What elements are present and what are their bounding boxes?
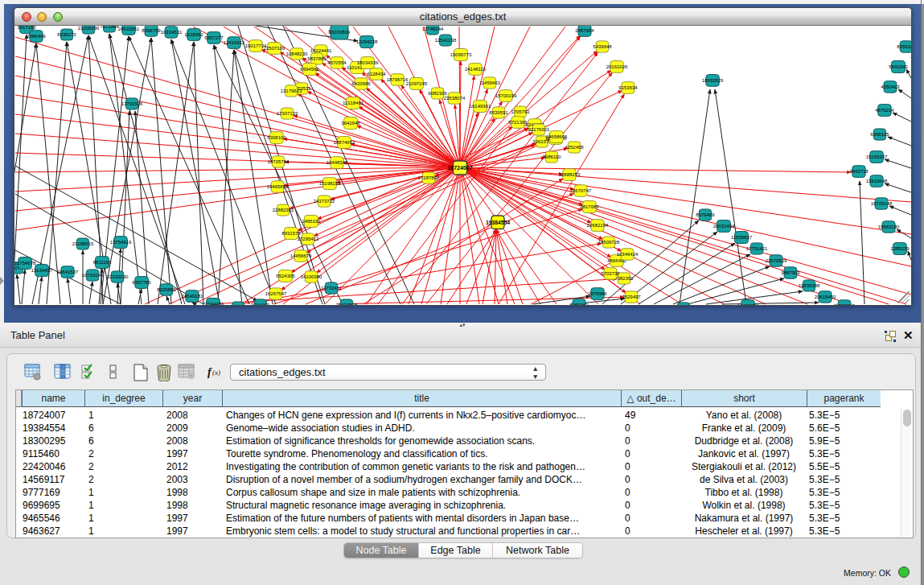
svg-text:23538074: 23538074: [444, 96, 466, 101]
svg-text:1495191: 1495191: [302, 219, 321, 224]
svg-text:6420686: 6420686: [351, 81, 371, 86]
svg-text:20580115: 20580115: [834, 303, 856, 305]
svg-text:22330030: 22330030: [107, 274, 129, 279]
svg-text:10346424: 10346424: [617, 252, 639, 257]
svg-text:10334531: 10334531: [161, 30, 183, 35]
svg-text:18874652: 18874652: [334, 140, 355, 145]
svg-text:17295412: 17295412: [298, 237, 319, 241]
svg-text:6457765: 6457765: [132, 280, 151, 285]
svg-text:6524305: 6524305: [276, 274, 295, 278]
svg-text:1705792: 1705792: [511, 109, 530, 114]
svg-text:22474828: 22474828: [336, 303, 358, 305]
svg-text:22176301: 22176301: [528, 127, 550, 132]
svg-text:22570529: 22570529: [766, 258, 787, 263]
svg-text:8539591: 8539591: [489, 110, 508, 115]
svg-text:21754078: 21754078: [14, 261, 36, 266]
svg-text:13910648: 13910648: [866, 179, 888, 183]
svg-text:8369062: 8369062: [569, 303, 589, 305]
svg-text:20615450: 20615450: [815, 295, 836, 299]
svg-text:5439648: 5439648: [593, 44, 612, 49]
svg-text:6368105: 6368105: [870, 132, 889, 137]
svg-text:8359183: 8359183: [897, 44, 911, 49]
svg-text:7382351: 7382351: [614, 276, 634, 281]
svg-text:2817683: 2817683: [580, 204, 599, 209]
svg-text:13754919: 13754919: [110, 240, 132, 245]
svg-text:19448347: 19448347: [326, 160, 348, 165]
svg-text:8811165: 8811165: [93, 260, 112, 265]
svg-text:9153634: 9153634: [618, 85, 638, 90]
svg-text:21097245: 21097245: [406, 81, 428, 86]
svg-text:16224441: 16224441: [310, 48, 332, 53]
svg-text:8931579: 8931579: [281, 231, 301, 236]
svg-text:2457954: 2457954: [575, 28, 594, 33]
svg-text:22744459: 22744459: [203, 302, 224, 305]
svg-text:22682194: 22682194: [587, 223, 609, 228]
svg-text:17307133: 17307133: [277, 111, 298, 116]
svg-text:13701506: 13701506: [121, 101, 143, 106]
svg-text:8079409: 8079409: [696, 212, 715, 217]
svg-text:24641507: 24641507: [57, 270, 79, 274]
svg-text:19836388: 19836388: [799, 283, 820, 288]
svg-text:16705148: 16705148: [871, 201, 893, 206]
svg-text:11558837: 11558837: [731, 235, 753, 240]
svg-text:13179613: 13179613: [281, 89, 302, 93]
svg-text:12541238: 12541238: [435, 38, 457, 43]
svg-text:1218062: 1218062: [184, 32, 203, 37]
svg-text:8029889: 8029889: [157, 287, 176, 292]
svg-text:6994562: 6994562: [300, 67, 319, 72]
svg-text:19384554: 19384554: [486, 220, 510, 225]
svg-text:4050413: 4050413: [881, 84, 900, 89]
svg-text:8396759: 8396759: [142, 28, 161, 33]
svg-text:9887903: 9887903: [781, 270, 800, 275]
svg-text:5308102: 5308102: [267, 135, 286, 140]
svg-text:21200396: 21200396: [78, 26, 100, 31]
svg-text:13134457: 13134457: [31, 268, 53, 273]
svg-text:9214491: 9214491: [251, 303, 270, 305]
svg-text:2066449: 2066449: [27, 34, 46, 39]
svg-text:7671884: 7671884: [100, 26, 119, 29]
svg-text:14509728: 14509728: [598, 240, 620, 245]
svg-text:16670747: 16670747: [570, 188, 592, 193]
svg-text:24148116: 24148116: [465, 67, 487, 72]
svg-text:15165337: 15165337: [866, 154, 888, 159]
svg-text:17287807: 17287807: [418, 175, 440, 180]
svg-text:11318461: 11318461: [343, 101, 364, 105]
svg-text:13748244: 13748244: [422, 27, 444, 31]
svg-text:12888253: 12888253: [559, 172, 581, 177]
svg-text:3529497: 3529497: [622, 295, 641, 299]
svg-text:8336273: 8336273: [57, 32, 76, 37]
svg-text:5703737: 5703737: [601, 271, 620, 276]
svg-text:20161026: 20161026: [606, 64, 628, 69]
svg-text:24373732: 24373732: [314, 199, 335, 204]
svg-text:3917183: 3917183: [17, 26, 36, 30]
svg-text:5641643: 5641643: [889, 64, 908, 69]
svg-text:2876966: 2876966: [588, 291, 607, 296]
svg-text:18705794: 18705794: [268, 159, 290, 164]
svg-text:14100380: 14100380: [301, 274, 322, 279]
svg-text:4679214: 4679214: [875, 108, 894, 113]
svg-text:23188315: 23188315: [72, 241, 94, 246]
svg-text:15700199: 15700199: [495, 93, 517, 98]
svg-text:19563180: 19563180: [878, 225, 900, 229]
svg-text:4252458: 4252458: [565, 145, 584, 150]
svg-text:4570554: 4570554: [327, 60, 347, 65]
svg-text:18992829: 18992829: [702, 78, 724, 83]
svg-text:14658665: 14658665: [546, 134, 568, 139]
svg-text:13732411: 13732411: [321, 286, 343, 290]
svg-text:18724007: 18724007: [447, 165, 472, 171]
svg-text:10848230: 10848230: [286, 51, 308, 56]
svg-text:19095773: 19095773: [450, 52, 472, 57]
svg-text:16267547: 16267547: [265, 291, 287, 296]
svg-text:6128434: 6128434: [367, 72, 386, 76]
svg-text:15198153: 15198153: [319, 181, 341, 186]
svg-text:10710248: 10710248: [82, 273, 104, 278]
svg-text:17751421: 17751421: [746, 246, 768, 251]
svg-text:4843718: 4843718: [849, 169, 869, 174]
svg-text:9837869: 9837869: [307, 56, 326, 61]
svg-text:24532561: 24532561: [118, 27, 140, 31]
svg-text:18034339: 18034339: [357, 60, 379, 65]
svg-text:22507109: 22507109: [264, 46, 285, 51]
svg-text:16149361: 16149361: [470, 104, 491, 109]
svg-text:14460856: 14460856: [737, 303, 759, 305]
svg-text:12294238: 12294238: [356, 39, 378, 44]
